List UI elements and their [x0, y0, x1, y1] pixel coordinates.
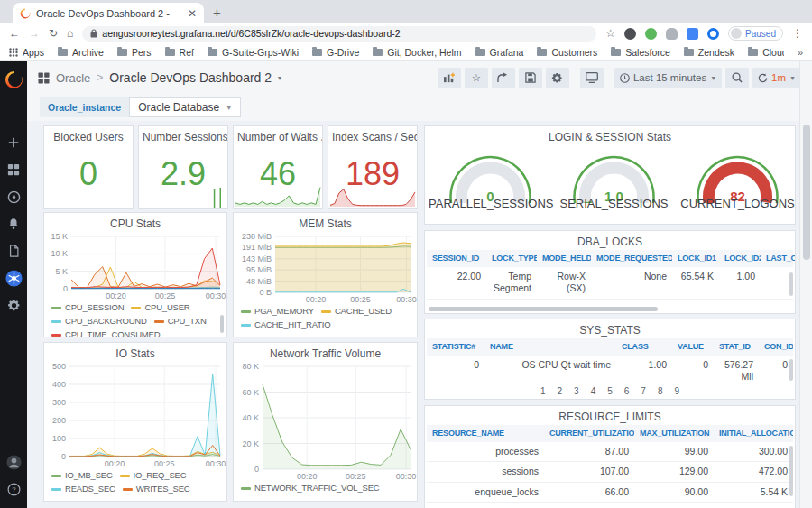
bookmark-item[interactable]: Archive	[58, 47, 104, 58]
cycle-view-mode-button[interactable]	[580, 68, 604, 88]
column-header[interactable]: LOCK_ID2	[719, 250, 761, 267]
panel-title[interactable]: MEM Stats	[234, 213, 417, 232]
column-header[interactable]: LAST_CONVERT	[761, 250, 795, 267]
legend-item[interactable]: IO_MB_SEC	[51, 470, 113, 481]
vertical-scrollbar[interactable]	[789, 272, 793, 296]
grafana-logo[interactable]	[0, 66, 27, 93]
reports-document-icon[interactable]	[0, 237, 27, 264]
sync-paused-button[interactable]: Paused	[728, 26, 783, 41]
column-header[interactable]: LOCK_ID1	[672, 250, 719, 267]
column-header[interactable]: STAT_ID	[714, 338, 759, 356]
add-panel-button[interactable]	[438, 68, 461, 88]
save-dashboard-button[interactable]	[519, 68, 542, 88]
legend-item[interactable]: CACHE_HIT_RATIO	[241, 319, 330, 330]
extension-translate-icon[interactable]	[687, 28, 698, 40]
share-dashboard-button[interactable]	[492, 68, 515, 88]
bookmark-item[interactable]: Salesforce	[611, 47, 670, 58]
panel-title[interactable]: SYS_STATS	[425, 319, 795, 338]
title-caret-icon[interactable]: ▾	[278, 74, 281, 82]
legend-item[interactable]: CPU_TXN	[154, 316, 207, 327]
dashboard-title[interactable]: Oracle DevOps Dashboard 2	[109, 70, 272, 85]
bookmark-item[interactable]: Grafana	[475, 47, 524, 58]
panel-title[interactable]: DBA_LOCKS	[425, 231, 795, 250]
page-button[interactable]: 6	[624, 386, 630, 396]
panel-title[interactable]: LOGIN & SESSION Stats	[425, 126, 795, 145]
horizontal-scrollbar[interactable]	[429, 307, 658, 311]
legend-item[interactable]: WRITES_SEC	[123, 484, 190, 494]
legend-item[interactable]: CPU_TIME_CONSUMED	[51, 329, 160, 337]
panel-title[interactable]: CPU Stats	[44, 213, 226, 232]
browser-tab[interactable]: Oracle DevOps Dashboard 2 - ✕	[13, 3, 204, 23]
vertical-scrollbar[interactable]	[789, 359, 793, 381]
dashboards-icon[interactable]	[0, 156, 27, 183]
page-button[interactable]: 4	[591, 386, 596, 396]
legend-item[interactable]: NETWORK_TRAFFIC_VOL_SEC	[241, 483, 379, 494]
page-button[interactable]: 7	[641, 386, 646, 396]
bookmark-item[interactable]: Cloud	[748, 47, 784, 58]
extension-globe-icon[interactable]	[624, 28, 636, 40]
page-scrollbar[interactable]	[799, 61, 812, 508]
column-header[interactable]: CLASS	[616, 338, 672, 356]
bookmark-item[interactable]: G-Drive	[312, 47, 359, 58]
page-button[interactable]: 1	[540, 386, 546, 396]
back-icon[interactable]: ←	[9, 28, 20, 39]
bookmark-star-icon[interactable]: ☆	[605, 28, 615, 39]
add-panel-icon[interactable]	[0, 129, 27, 156]
address-bar[interactable]: aengusrooneytest.grafana.net/d/6C85slrZk…	[82, 26, 596, 42]
column-header[interactable]: MODE_REQUESTED	[591, 250, 672, 267]
column-header[interactable]: MAX_UTILIZATION	[634, 425, 714, 442]
page-button[interactable]: 5	[607, 386, 613, 396]
bookmark-item[interactable]: Ref	[165, 47, 194, 58]
legend-item[interactable]: CPU_USER	[131, 302, 189, 313]
zoom-out-button[interactable]	[725, 68, 749, 88]
legend-item[interactable]: CPU_SESSION	[51, 302, 124, 313]
legend-item[interactable]: PGA_MEMORY	[241, 306, 314, 317]
column-header[interactable]: CON_ID	[759, 338, 793, 356]
browser-menu-icon[interactable]: ⋮	[792, 28, 803, 39]
legend-item[interactable]: READS_SEC	[51, 484, 115, 494]
vertical-scrollbar[interactable]	[789, 446, 793, 496]
star-dashboard-button[interactable]: ☆	[465, 68, 488, 88]
extension-okta-icon[interactable]	[707, 28, 719, 40]
legend-item[interactable]: IO_REQ_SEC	[120, 470, 187, 481]
bookmark-item[interactable]: Pers	[117, 47, 152, 58]
legend-item[interactable]: CACHE_USED	[321, 306, 392, 317]
panel-title[interactable]: RESOURCE_LIMITS	[425, 406, 795, 425]
column-header[interactable]: RESOURCE_NAME	[427, 425, 544, 442]
bookmark-item[interactable]: Customers	[537, 47, 597, 58]
kubernetes-plugin-icon[interactable]	[0, 264, 27, 291]
explore-compass-icon[interactable]	[0, 183, 27, 210]
column-header[interactable]: VALUE	[672, 338, 714, 356]
bookmark-item[interactable]: G-Suite-Grps-Wiki	[208, 47, 299, 58]
column-header[interactable]: INITIAL_ALLOCATION	[714, 425, 793, 442]
panel-title[interactable]: Network Traffic Volume	[234, 343, 417, 362]
reload-icon[interactable]: ↻	[49, 28, 58, 39]
extension-evernote-icon[interactable]	[645, 28, 657, 40]
page-button[interactable]: 9	[674, 386, 679, 396]
alerting-bell-icon[interactable]	[0, 210, 27, 237]
extension-cloud-icon[interactable]	[666, 28, 678, 40]
home-icon[interactable]: ⌂	[67, 28, 73, 39]
legend-item[interactable]: CPU_BACKGROUND	[51, 316, 147, 327]
legend-scrollbar[interactable]	[220, 315, 224, 333]
page-button[interactable]: 8	[658, 386, 663, 396]
user-avatar[interactable]	[0, 448, 27, 476]
column-header[interactable]: SESSION_ID	[427, 250, 486, 267]
page-button[interactable]: 3	[574, 386, 579, 396]
time-range-picker[interactable]: Last 15 minutes ▼	[614, 68, 722, 88]
forward-icon[interactable]: →	[29, 28, 40, 39]
column-header[interactable]: CURRENT_UTILIZATION	[544, 425, 634, 442]
column-header[interactable]: LOCK_TYPE	[486, 250, 537, 267]
help-icon[interactable]: ?	[0, 476, 27, 503]
page-button[interactable]: 2	[558, 386, 563, 396]
breadcrumb-folder[interactable]: Oracle	[56, 71, 90, 85]
bookmark-item[interactable]: Zendesk	[684, 47, 734, 58]
page-scrollbar-thumb[interactable]	[803, 125, 810, 260]
configuration-gear-icon[interactable]	[0, 291, 27, 319]
new-tab-button[interactable]: +	[213, 5, 221, 20]
column-header[interactable]: MODE_HELD	[537, 250, 591, 267]
bookmark-item[interactable]: Git, Docker, Helm	[373, 47, 461, 58]
column-header[interactable]: STATISTIC#	[427, 338, 484, 356]
dashboard-settings-button[interactable]	[546, 68, 569, 88]
column-header[interactable]: NAME	[484, 338, 616, 356]
